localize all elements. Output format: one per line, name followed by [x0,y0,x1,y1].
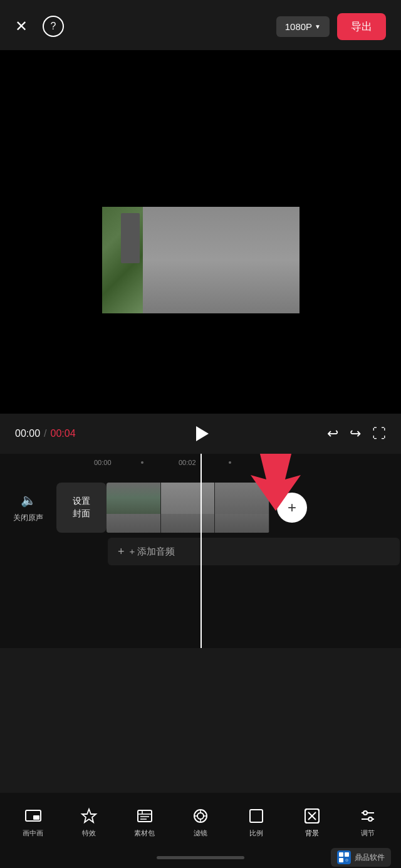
toolbar-item-filters[interactable]: 滤镜 [182,807,219,838]
adjust-icon [359,807,377,825]
ruler-dot-1 [141,461,143,464]
time-total: 00:04 [51,428,76,439]
svg-point-14 [368,817,372,821]
timeline-playhead [200,454,202,648]
ruler-mark-2: 00:02 [179,459,196,466]
ruler-dot-3 [229,461,231,464]
time-current: 00:00 [15,428,40,439]
bottom-toolbar: 画中画 特效 素材包 滤镜 [0,793,401,868]
toolbar-item-label-filters: 滤镜 [194,829,207,838]
time-separator: / [44,428,46,439]
help-icon[interactable]: ? [43,16,64,37]
video-frame [102,207,299,313]
picture-in-picture-icon [24,807,42,825]
header-left: ✕ ? [15,16,64,37]
play-triangle-icon [196,426,209,441]
header-right: 1080P ▼ 导出 [276,13,386,40]
filters-icon [192,807,209,825]
playback-controls: 00:00 / 00:04 ↩ ↪ ⛶ [0,414,401,454]
redo-icon[interactable]: ↪ [350,426,361,442]
controls-right: ↩ ↪ ⛶ [327,426,386,442]
materials-icon [136,807,154,825]
resolution-button[interactable]: 1080P ▼ [276,16,330,37]
svg-point-12 [363,811,367,815]
mute-label: 关闭原声 [13,513,43,523]
toolbar-item-label-materials: 素材包 [134,829,155,838]
ratio-icon [247,807,265,825]
brand-logo-icon [338,852,350,863]
background-icon [303,807,321,825]
toolbar-item-label-adjust: 调节 [361,829,375,838]
toolbar-item-effects[interactable]: 特效 [70,807,108,838]
video-black-top [102,100,299,207]
controls-center [187,420,215,447]
video-frame-right [143,207,299,313]
header: ✕ ? 1080P ▼ 导出 [0,0,401,50]
add-audio-button[interactable]: + + 添加音频 [108,538,400,565]
cover-label: 设置 封面 [73,495,90,520]
clip-frame-1 [107,483,161,533]
toolbar-item-materials[interactable]: 素材包 [126,807,164,838]
toolbar-item-ratio[interactable]: 比例 [237,807,275,838]
brand-label: 鼎品软件 [355,852,385,863]
toolbar-item-label-picture-in-picture: 画中画 [23,829,43,838]
play-button[interactable] [187,420,215,447]
svg-rect-3 [138,810,152,822]
undo-icon[interactable]: ↩ [327,426,338,442]
video-black-bottom [102,313,299,363]
toolbar-item-label-ratio: 比例 [249,829,263,838]
add-audio-label: + 添加音频 [130,546,175,558]
video-frame-left [102,207,143,313]
time-display: 00:00 / 00:04 [15,428,76,439]
brand-badge: 鼎品软件 [331,848,391,867]
close-icon[interactable]: ✕ [15,18,28,35]
toolbar-items: 画中画 特效 素材包 滤镜 [0,793,401,847]
home-indicator [157,856,244,859]
arrow-annotation [238,454,313,516]
video-content [102,100,299,363]
fullscreen-icon[interactable]: ⛶ [372,426,386,442]
svg-rect-16 [345,852,349,857]
svg-rect-6 [250,810,263,822]
video-preview [0,50,401,414]
export-button[interactable]: 导出 [337,13,386,40]
svg-rect-17 [339,858,343,862]
brand-icon [337,850,351,864]
clip-frame-2 [161,483,216,533]
resolution-label: 1080P [285,21,312,32]
toolbar-item-label-effects: 特效 [82,829,96,838]
set-cover-button[interactable]: 设置 封面 [56,483,107,533]
mute-button-area[interactable]: 🔈 关闭原声 [0,483,56,533]
toolbar-item-adjust[interactable]: 调节 [349,807,387,838]
toolbar-item-picture-in-picture[interactable]: 画中画 [14,807,52,838]
svg-rect-18 [346,859,348,861]
mute-icon: 🔈 [21,493,36,508]
audio-plus-icon: + [118,545,125,558]
ruler-mark-0: 00:00 [94,459,112,466]
effects-icon [80,807,98,825]
toolbar-item-label-background: 背景 [305,829,319,838]
svg-rect-15 [339,852,343,857]
svg-rect-1 [33,815,39,820]
timeline-area: 00:00 00:02 🔈 关闭原声 设置 封面 [0,454,401,648]
svg-point-5 [197,813,204,819]
bottom-bar: 鼎品软件 [0,847,401,868]
resolution-arrow-icon: ▼ [315,23,321,30]
svg-marker-2 [82,809,96,822]
toolbar-item-background[interactable]: 背景 [293,807,331,838]
arrow-svg-icon [238,454,313,514]
